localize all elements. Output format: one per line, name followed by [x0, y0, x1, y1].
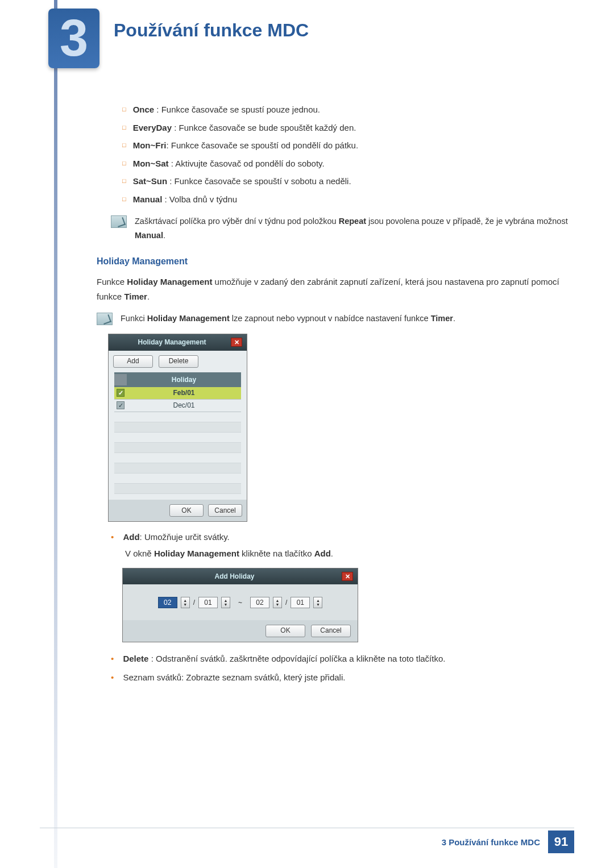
page-footer: 3 Používání funkce MDC 91	[442, 830, 574, 853]
chapter-number: 3	[60, 9, 88, 68]
footer-label: 3 Používání funkce MDC	[442, 837, 540, 847]
list-item: Mon~Sat : Aktivujte časovač od pondělí d…	[122, 156, 569, 171]
ok-button[interactable]: OK	[169, 504, 204, 517]
note-hm-timer: Funkci Holiday Management lze zapnout ne…	[97, 312, 569, 326]
cancel-button[interactable]: Cancel	[208, 504, 242, 517]
list-item: Once : Funkce časovače se spustí pouze j…	[122, 102, 569, 117]
table-row[interactable]: ✓ Dec/01	[114, 400, 241, 412]
dialog-title: Holiday Management	[113, 337, 231, 348]
holiday-management-heading: Holiday Management	[97, 254, 569, 269]
cancel-button[interactable]: Cancel	[311, 625, 351, 637]
slash: /	[193, 597, 195, 608]
delete-button[interactable]: Delete	[159, 355, 198, 368]
list-item: EveryDay : Funkce časovače se bude spouš…	[122, 121, 569, 135]
note-repeat-manual: Zaškrtávací políčka pro výběr dní v týdn…	[111, 214, 569, 242]
add-holiday-dialog: Add Holiday ✕ 02 ▲▼ / 01 ▲▼ ~ 02 ▲▼ / 01…	[122, 568, 358, 642]
timer-options-list: Once : Funkce časovače se spustí pouze j…	[97, 102, 569, 206]
list-item: Mon~Fri: Funkce časovače se spouští od p…	[122, 138, 569, 153]
empty-row	[114, 412, 241, 422]
empty-row	[114, 443, 241, 453]
list-item: Sat~Sun : Funkce časovače se spouští v s…	[122, 174, 569, 189]
table-row[interactable]: ✓ Feb/01	[114, 387, 241, 400]
holiday-actions-list: Add: Umožňuje určit svátky. V okně Holid…	[97, 530, 569, 685]
footer-rule	[40, 828, 574, 828]
empty-row	[114, 433, 241, 443]
note-icon	[111, 215, 127, 228]
dialog-body: Holiday ✓ Feb/01 ✓ Dec/01	[109, 372, 247, 500]
spinner-buttons[interactable]: ▲▼	[181, 597, 190, 608]
table-header: Holiday	[114, 372, 241, 387]
dialog-body: 02 ▲▼ / 01 ▲▼ ~ 02 ▲▼ / 01 ▲▼	[123, 584, 358, 620]
holiday-management-desc: Funkce Holiday Management umožňuje v zad…	[97, 275, 569, 304]
sub-text: V okně Holiday Management klikněte na tl…	[111, 546, 569, 561]
spinner-buttons[interactable]: ▲▼	[313, 597, 322, 608]
dialog-toolbar: Add Delete	[109, 351, 247, 372]
empty-row	[114, 474, 241, 484]
note-text: Funkci Holiday Management lze zapnout ne…	[121, 312, 569, 326]
page-title: Používání funkce MDC	[114, 20, 309, 41]
close-icon[interactable]: ✕	[342, 572, 353, 581]
close-icon[interactable]: ✕	[231, 338, 242, 347]
dialog-title: Add Holiday	[127, 571, 342, 582]
dialog-footer: OK Cancel	[109, 500, 247, 521]
note-text: Zaškrtávací políčka pro výběr dní v týdn…	[135, 214, 569, 242]
chapter-badge: 3	[48, 9, 99, 68]
list-item: Manual : Volba dnů v týdnu	[122, 192, 569, 207]
list-item: Add: Umožňuje určit svátky. V okně Holid…	[111, 530, 569, 642]
note-icon	[97, 313, 113, 325]
empty-row	[114, 453, 241, 463]
spinner-buttons[interactable]: ▲▼	[221, 597, 230, 608]
checkbox-icon[interactable]: ✓	[117, 401, 125, 409]
content-area: Once : Funkce časovače se spustí pouze j…	[97, 102, 569, 690]
empty-row	[114, 463, 241, 474]
cell-value: Feb/01	[127, 387, 241, 398]
page-number: 91	[548, 830, 574, 853]
spinner-buttons[interactable]: ▲▼	[273, 597, 282, 608]
add-button[interactable]: Add	[113, 355, 153, 368]
to-month-field[interactable]: 02	[250, 597, 269, 608]
from-month-field[interactable]: 02	[158, 597, 177, 608]
slash: /	[285, 597, 287, 608]
header-checkbox-col	[114, 374, 127, 385]
checkbox-icon[interactable]: ✓	[117, 389, 125, 397]
cell-value: Dec/01	[127, 400, 241, 411]
from-day-field[interactable]: 01	[198, 597, 218, 608]
side-accent	[54, 0, 57, 868]
empty-row	[114, 422, 241, 433]
dialog-titlebar: Add Holiday ✕	[123, 568, 358, 584]
empty-row	[114, 484, 241, 494]
to-day-field[interactable]: 01	[291, 597, 310, 608]
range-separator: ~	[238, 597, 242, 608]
list-item: Delete : Odstranění svátků. zaškrtněte o…	[111, 651, 569, 666]
dialog-titlebar: Holiday Management ✕	[109, 334, 247, 350]
dialog-footer: OK Cancel	[123, 620, 358, 642]
ok-button[interactable]: OK	[265, 625, 305, 637]
holiday-management-dialog: Holiday Management ✕ Add Delete Holiday …	[108, 334, 247, 522]
list-item: Seznam svátků: Zobrazte seznam svátků, k…	[111, 670, 569, 685]
header-holiday: Holiday	[127, 374, 241, 385]
